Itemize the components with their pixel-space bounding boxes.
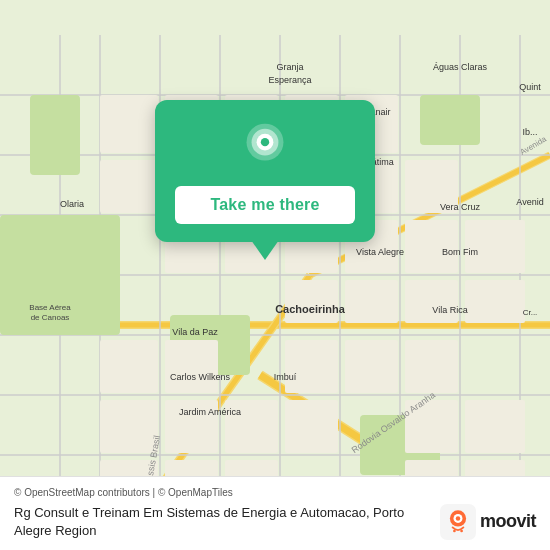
moovit-label: moovit	[480, 511, 536, 532]
map-container: Cachoeirinha Olaria Base Aérea de Canoas…	[0, 0, 550, 550]
svg-rect-56	[100, 400, 158, 453]
svg-rect-28	[420, 95, 480, 145]
svg-rect-30	[100, 95, 158, 153]
svg-text:Cr...: Cr...	[523, 308, 538, 317]
svg-rect-61	[465, 400, 525, 453]
svg-point-99	[456, 516, 461, 521]
svg-text:Vista Alegre: Vista Alegre	[356, 247, 404, 257]
svg-text:Águas Claras: Águas Claras	[433, 62, 488, 72]
svg-rect-50	[465, 280, 525, 323]
svg-rect-47	[285, 280, 338, 323]
svg-rect-52	[345, 340, 398, 393]
svg-text:Jardim América: Jardim América	[179, 407, 241, 417]
bottom-info-bar: © OpenStreetMap contributors | © OpenMap…	[0, 476, 550, 550]
take-me-there-button[interactable]: Take me there	[175, 186, 355, 224]
location-popup: Take me there	[155, 100, 375, 242]
svg-point-100	[453, 529, 456, 532]
svg-text:Imbuí: Imbuí	[274, 372, 297, 382]
svg-point-101	[460, 529, 463, 532]
svg-text:Base Aérea: Base Aérea	[29, 303, 71, 312]
svg-rect-53	[405, 340, 458, 393]
svg-rect-29	[30, 95, 80, 175]
moovit-logo: moovit	[440, 504, 536, 540]
svg-text:Carlos Wilkens: Carlos Wilkens	[170, 372, 231, 382]
svg-text:Vila da Paz: Vila da Paz	[172, 327, 218, 337]
location-pin-icon	[239, 122, 291, 174]
moovit-logo-icon	[440, 504, 476, 540]
svg-rect-55	[165, 340, 218, 393]
svg-text:de Canoas: de Canoas	[31, 313, 70, 322]
svg-rect-35	[100, 160, 158, 213]
place-name: Rg Consult e Treinam Em Sistemas de Ener…	[14, 504, 428, 540]
svg-rect-49	[405, 280, 458, 323]
svg-text:Granja: Granja	[276, 62, 303, 72]
svg-rect-59	[285, 400, 338, 453]
svg-text:Olaria: Olaria	[60, 199, 84, 209]
svg-text:Vera Cruz: Vera Cruz	[440, 202, 481, 212]
svg-point-95	[261, 138, 269, 146]
svg-rect-48	[345, 280, 398, 323]
map-attribution: © OpenStreetMap contributors | © OpenMap…	[14, 487, 536, 498]
svg-text:Vila Rica: Vila Rica	[432, 305, 467, 315]
svg-text:Ib...: Ib...	[522, 127, 537, 137]
map-background: Cachoeirinha Olaria Base Aérea de Canoas…	[0, 0, 550, 550]
svg-text:Cachoeirinha: Cachoeirinha	[275, 303, 346, 315]
svg-text:Bom Fim: Bom Fim	[442, 247, 478, 257]
svg-rect-51	[285, 340, 338, 393]
svg-text:Quint: Quint	[519, 82, 541, 92]
svg-text:Esperança: Esperança	[268, 75, 311, 85]
svg-text:Avenid: Avenid	[516, 197, 543, 207]
svg-rect-54	[100, 340, 158, 393]
